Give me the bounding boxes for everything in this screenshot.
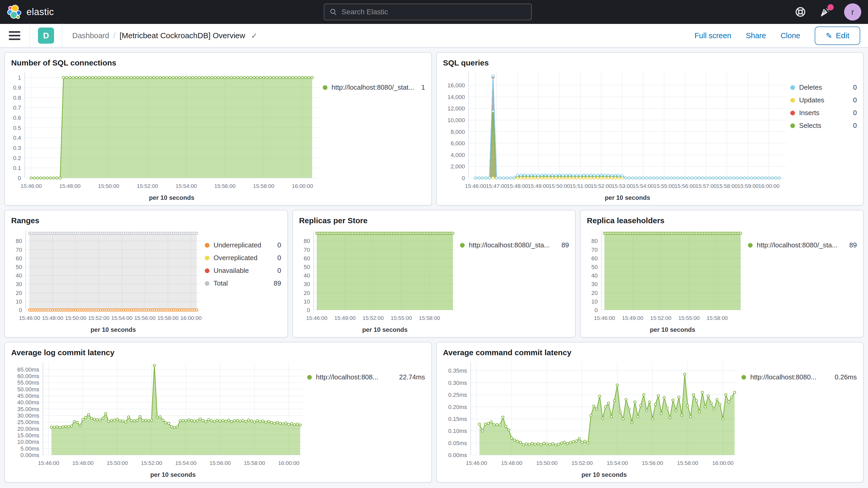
legend-dot-icon (323, 85, 328, 90)
svg-text:30: 30 (591, 281, 598, 287)
panel-title[interactable]: Average log commit latency (11, 348, 427, 357)
legend-value: 0.26ms (835, 373, 857, 381)
svg-text:15:48:00: 15:48:00 (507, 183, 528, 189)
svg-text:10,000: 10,000 (447, 117, 465, 123)
svg-text:20: 20 (16, 290, 22, 296)
clone-button[interactable]: Clone (780, 31, 800, 40)
svg-text:15:57:00: 15:57:00 (695, 183, 717, 189)
svg-text:15:49:00: 15:49:00 (334, 315, 355, 321)
sql-queries-chart[interactable]: 15:46:0015:47:0015:48:0015:49:0015:50:00… (441, 68, 790, 204)
svg-text:15:52:00: 15:52:00 (590, 183, 612, 189)
share-button[interactable]: Share (746, 31, 766, 40)
svg-text:60: 60 (591, 255, 598, 262)
pencil-icon: ✎ (826, 31, 832, 40)
legend-value: 0 (853, 96, 857, 104)
svg-text:0.2: 0.2 (13, 155, 21, 161)
svg-text:80: 80 (304, 238, 310, 244)
svg-text:0.00ms: 0.00ms (448, 452, 467, 458)
svg-text:15:49:00: 15:49:00 (528, 183, 549, 189)
svg-text:50: 50 (591, 264, 598, 270)
svg-text:40: 40 (16, 272, 22, 279)
svg-text:80: 80 (591, 238, 598, 244)
svg-text:0: 0 (462, 175, 465, 181)
ranges-chart[interactable]: 15:46:0015:48:0015:50:0015:52:0015:54:00… (10, 225, 205, 335)
svg-text:15:46:00: 15:46:00 (21, 183, 42, 189)
user-avatar[interactable]: r (844, 3, 861, 21)
legend-value: 89 (561, 241, 569, 249)
top-header: elastic Search Elastic (0, 0, 868, 24)
svg-text:0.9: 0.9 (13, 85, 21, 91)
replicas-per-store-chart[interactable]: 15:46:0015:49:0015:52:0015:55:0015:58:00… (298, 225, 460, 335)
svg-text:60.00ms: 60.00ms (18, 373, 39, 379)
svg-text:15:50:00: 15:50:00 (106, 460, 128, 466)
legend-value: 0 (277, 241, 281, 249)
svg-text:25.00ms: 25.00ms (18, 419, 39, 425)
svg-text:4,000: 4,000 (451, 152, 465, 158)
elastic-logo-icon (7, 5, 22, 19)
legend-dot-icon (790, 85, 795, 90)
panel-ranges: Ranges 15:46:0015:48:0015:50:0015:52:001… (4, 210, 288, 338)
legend-dot-icon (790, 111, 795, 115)
legend-item: http://localhost:808...22.74ms (307, 373, 425, 381)
svg-text:0.10ms: 0.10ms (448, 428, 467, 434)
log-commit-latency-chart[interactable]: 15:46:0015:48:0015:50:0015:52:0015:54:00… (10, 358, 307, 481)
menu-button[interactable] (9, 31, 20, 40)
svg-text:per 10 seconds: per 10 seconds (650, 326, 695, 333)
svg-text:15:58:00: 15:58:00 (716, 183, 738, 189)
panel-title[interactable]: Average command commit latency (443, 348, 859, 357)
command-commit-latency-chart[interactable]: 15:46:0015:48:0015:50:0015:52:0015:54:00… (441, 358, 742, 481)
svg-text:0.1: 0.1 (13, 165, 21, 171)
sql-connections-chart[interactable]: 15:46:0015:48:0015:50:0015:52:0015:54:00… (10, 68, 323, 204)
svg-text:16,000: 16,000 (447, 82, 465, 89)
svg-text:15:59:00: 15:59:00 (737, 183, 758, 189)
newsfeed-button[interactable] (819, 6, 832, 18)
svg-text:0: 0 (307, 307, 310, 313)
full-screen-button[interactable]: Full screen (694, 31, 731, 40)
svg-text:55.00ms: 55.00ms (18, 379, 39, 386)
legend-item: Underreplicated0 (205, 241, 281, 249)
search-input[interactable]: Search Elastic (324, 4, 532, 20)
svg-text:15:55:00: 15:55:00 (653, 183, 675, 189)
svg-text:16:00:00: 16:00:00 (758, 183, 779, 189)
help-button[interactable] (794, 6, 807, 18)
panel-title[interactable]: Replica leaseholders (587, 216, 858, 225)
breadcrumb-dashboard-link[interactable]: Dashboard (72, 31, 109, 40)
panel-title[interactable]: Replicas per Store (299, 216, 571, 225)
svg-text:per 10 seconds: per 10 seconds (581, 471, 627, 478)
svg-text:5.00ms: 5.00ms (21, 446, 39, 452)
svg-text:15:52:00: 15:52:00 (650, 315, 672, 321)
panel-title[interactable]: Ranges (11, 216, 283, 225)
replica-leaseholders-chart[interactable]: 15:46:0015:49:0015:52:0015:55:0015:58:00… (585, 225, 748, 335)
help-icon (795, 6, 806, 18)
svg-text:10: 10 (591, 298, 598, 305)
svg-text:15:52:00: 15:52:00 (141, 460, 162, 466)
svg-text:15:50:00: 15:50:00 (536, 460, 557, 466)
legend-value: 0 (277, 254, 281, 262)
legend-label: http://localhost:8080/_stat... (332, 84, 416, 91)
svg-text:15:50:00: 15:50:00 (65, 315, 86, 321)
svg-text:20: 20 (304, 290, 310, 296)
svg-text:0.4: 0.4 (13, 134, 21, 141)
divider (29, 24, 30, 48)
legend-value: 1 (421, 84, 425, 91)
chart-legend: http://localhost:8080...0.26ms (741, 358, 858, 481)
svg-text:2,000: 2,000 (451, 163, 465, 170)
elastic-logo[interactable]: elastic (0, 5, 54, 19)
svg-text:15:54:00: 15:54:00 (175, 460, 196, 466)
svg-text:50: 50 (304, 264, 310, 270)
legend-dot-icon (205, 243, 210, 248)
svg-text:per 10 seconds: per 10 seconds (149, 194, 194, 201)
svg-text:0.20ms: 0.20ms (448, 404, 467, 410)
legend-label: Overreplicated (214, 254, 272, 262)
panel-title[interactable]: SQL queries (443, 58, 859, 67)
svg-text:0.5: 0.5 (13, 125, 21, 131)
legend-value: 0 (853, 109, 857, 117)
svg-text:15:48:00: 15:48:00 (59, 183, 81, 189)
legend-dot-icon (741, 375, 746, 379)
legend-dot-icon (460, 243, 465, 248)
legend-item: Unavailable0 (205, 267, 281, 275)
edit-button[interactable]: ✎ Edit (815, 27, 860, 45)
svg-text:40: 40 (591, 272, 598, 279)
svg-text:15:56:00: 15:56:00 (134, 315, 156, 321)
panel-title[interactable]: Number of SQL connections (11, 58, 427, 67)
